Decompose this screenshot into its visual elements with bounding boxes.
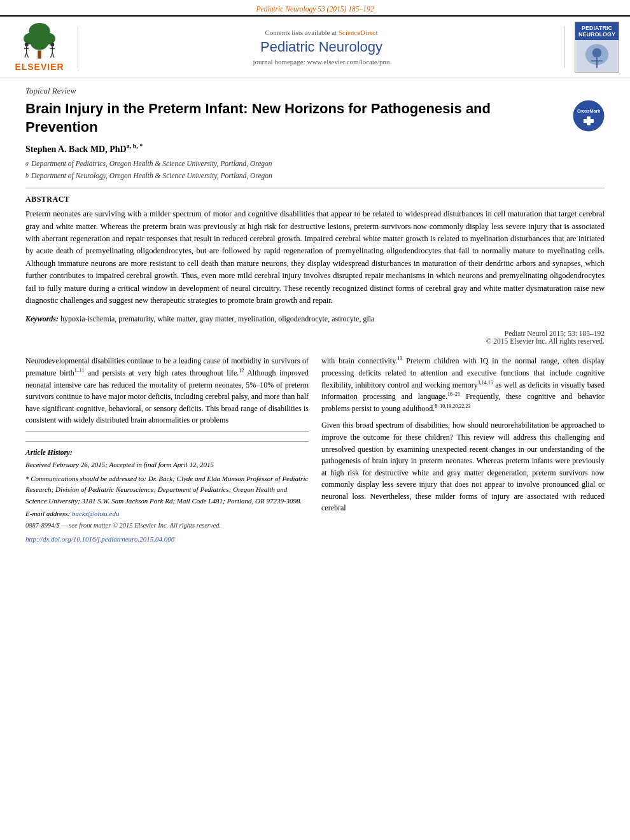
journal-title-header: Pediatric Neurology bbox=[91, 39, 552, 55]
author-line: Stephen A. Back MD, PhDa, b, * bbox=[25, 143, 605, 155]
journal-center-header: Contents lists available at ScienceDirec… bbox=[78, 26, 565, 68]
section-label: Topical Review bbox=[25, 86, 605, 96]
article-history-title: Article History: bbox=[25, 447, 309, 458]
svg-line-9 bbox=[27, 53, 29, 57]
elsevier-logo: ELSEVIER bbox=[8, 22, 71, 72]
svg-rect-0 bbox=[38, 50, 41, 59]
svg-line-8 bbox=[25, 53, 27, 57]
keywords-line: Keywords: hypoxia-ischemia, prematurity,… bbox=[25, 313, 605, 325]
divider-1 bbox=[25, 188, 605, 188]
body-columns: Neurodevelopmental disabilities continue… bbox=[0, 355, 630, 549]
svg-line-14 bbox=[52, 53, 54, 57]
content-area: Topical Review Brain Injury in the Prete… bbox=[0, 78, 630, 345]
article-title: Brain Injury in the Preterm Infant: New … bbox=[25, 100, 522, 136]
email-label: E-mail address: bbox=[25, 510, 70, 517]
citation-line1: Pediatr Neurol 2015; 53: 185–192 bbox=[25, 330, 605, 337]
elsevier-tree-icon bbox=[14, 22, 65, 60]
svg-point-10 bbox=[51, 43, 55, 46]
abstract-title: ABSTRACT bbox=[25, 195, 605, 204]
affiliations: a Department of Pediatrics, Oregon Healt… bbox=[25, 158, 605, 182]
pn-logo-box: PEDIATRIC NEUROLOGY bbox=[575, 22, 619, 40]
keywords-label: Keywords: bbox=[25, 314, 59, 323]
left-column-wrapper: Neurodevelopmental disabilities continue… bbox=[25, 355, 309, 549]
svg-line-13 bbox=[51, 53, 53, 57]
footnote-area: Article History: Received February 26, 2… bbox=[25, 431, 309, 549]
journal-header: ELSEVIER Contents lists available at Sci… bbox=[0, 15, 630, 78]
citation-line2: © 2015 Elsevier Inc. All rights reserved… bbox=[25, 337, 605, 345]
elsevier-brand: ELSEVIER bbox=[15, 62, 64, 72]
svg-point-20 bbox=[573, 101, 604, 131]
svg-point-5 bbox=[25, 43, 29, 46]
svg-point-17 bbox=[592, 48, 602, 58]
svg-text:CrossMark: CrossMark bbox=[577, 109, 600, 113]
correspondence-text: * Communications should be addressed to:… bbox=[25, 473, 309, 507]
abstract-section: ABSTRACT Preterm neonates are surviving … bbox=[25, 195, 605, 345]
footnote-divider bbox=[25, 441, 309, 442]
right-column-text: with brain connectivity.13 Preterm child… bbox=[321, 355, 605, 549]
citation-block: Pediatr Neurol 2015; 53: 185–192 © 2015 … bbox=[25, 330, 605, 345]
received-date: Received February 26, 2015; Accepted in … bbox=[25, 459, 309, 471]
doi-line[interactable]: http://dx.doi.org/10.1016/j.pediatrneuro… bbox=[25, 534, 309, 545]
sciencedirect-link[interactable]: ScienceDirect bbox=[339, 29, 378, 36]
homepage-line: journal homepage: www.elsevier.com/locat… bbox=[91, 58, 552, 66]
right-body-paragraph-1: with brain connectivity.13 Preterm child… bbox=[321, 355, 605, 414]
science-direct-line: Contents lists available at ScienceDirec… bbox=[91, 29, 552, 36]
affil-item-a: a Department of Pediatrics, Oregon Healt… bbox=[25, 158, 605, 169]
crossmark-icon: CrossMark bbox=[573, 100, 605, 132]
keywords-values: hypoxia-ischemia, prematurity, white mat… bbox=[60, 314, 374, 323]
pn-journal-cover-icon bbox=[575, 40, 619, 72]
affil-item-b: b Department of Neurology, Oregon Health… bbox=[25, 171, 605, 181]
email-line: E-mail address: backs@ohsu.edu bbox=[25, 508, 309, 520]
journal-citation-top: Pediatric Neurology 53 (2015) 185–192 bbox=[0, 0, 630, 15]
svg-point-4 bbox=[31, 36, 48, 50]
pn-logo-image: PEDIATRIC NEUROLOGY bbox=[575, 22, 619, 73]
left-body-paragraph: Neurodevelopmental disabilities continue… bbox=[25, 355, 309, 426]
journal-logo-right: PEDIATRIC NEUROLOGY bbox=[571, 22, 622, 73]
crossmark-logo[interactable]: CrossMark bbox=[573, 100, 605, 132]
left-column-text: Neurodevelopmental disabilities continue… bbox=[25, 355, 309, 431]
author-markers: a, b, * bbox=[127, 143, 143, 150]
issn-line: 0887-8994/$ — see front matter © 2015 El… bbox=[25, 521, 309, 531]
svg-rect-23 bbox=[584, 119, 594, 123]
email-link[interactable]: backs@ohsu.edu bbox=[72, 510, 120, 517]
abstract-text: Preterm neonates are surviving with a mi… bbox=[25, 208, 605, 307]
article-title-block: Brain Injury in the Preterm Infant: New … bbox=[25, 100, 605, 136]
right-body-paragraph-2: Given this broad spectrum of disabilitie… bbox=[321, 419, 605, 514]
